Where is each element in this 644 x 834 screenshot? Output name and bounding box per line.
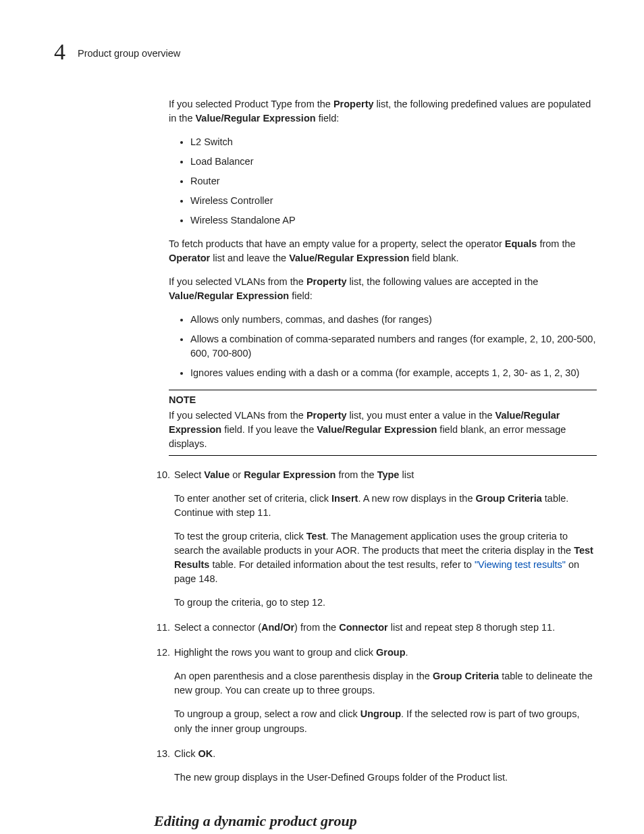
- term-type: Type: [377, 469, 400, 480]
- paragraph: To test the group criteria, click Test. …: [174, 529, 597, 586]
- paragraph: To enter another set of criteria, click …: [174, 492, 597, 520]
- note-body: If you selected VLANs from the Property …: [169, 409, 597, 451]
- text: field blank.: [409, 253, 458, 263]
- step-number: 10.: [154, 468, 170, 617]
- term-operator: Operator: [169, 253, 210, 263]
- list-item: Ignores values ending with a dash or a c…: [190, 366, 597, 380]
- text: field. If you leave the: [221, 424, 317, 435]
- text: ) from the: [294, 622, 339, 633]
- text: To test the group criteria, click: [174, 531, 306, 542]
- step-10: 10. Select Value or Regular Expression f…: [154, 468, 597, 617]
- text: list, the following values are accepted …: [347, 276, 539, 287]
- term-ungroup: Ungroup: [360, 708, 401, 719]
- term-value-regex: Value/Regular Expression: [196, 113, 316, 124]
- list-item: Load Balancer: [190, 155, 597, 169]
- body-content: If you selected Product Type from the Pr…: [169, 97, 597, 456]
- list-item: Allows a combination of comma-separated …: [190, 332, 597, 361]
- paragraph: Select Value or Regular Expression from …: [174, 468, 597, 482]
- paragraph: Highlight the rows you want to group and…: [174, 646, 597, 660]
- term-test: Test: [306, 531, 326, 542]
- text: field:: [289, 290, 313, 301]
- term-regex: Regular Expression: [244, 469, 336, 480]
- step-11: 11. Select a connector (And/Or) from the…: [154, 621, 597, 642]
- step-13: 13. Click OK. The new group displays in …: [154, 747, 597, 791]
- term-value: Value: [204, 469, 230, 480]
- term-group: Group: [376, 647, 406, 658]
- product-type-list: L2 Switch Load Balancer Router Wireless …: [169, 135, 597, 228]
- list-item: Allows only numbers, commas, and dashes …: [190, 313, 597, 327]
- paragraph: An open parenthesis and a close parenthe…: [174, 669, 597, 698]
- text: Click: [174, 748, 198, 759]
- text: from the: [336, 469, 377, 480]
- term-group-criteria: Group Criteria: [433, 671, 499, 681]
- text: from the: [537, 238, 575, 249]
- paragraph: If you selected VLANs from the Property …: [169, 275, 597, 303]
- term-connector: Connector: [339, 622, 388, 633]
- text: Select a connector (: [174, 622, 261, 633]
- list-item: Wireless Standalone AP: [190, 213, 597, 228]
- list-item: L2 Switch: [190, 135, 597, 149]
- term-and-or: And/Or: [261, 622, 294, 633]
- text: field:: [316, 113, 340, 124]
- term-value-regex: Value/Regular Expression: [317, 424, 437, 435]
- text: If you selected Product Type from the: [169, 99, 333, 109]
- paragraph: To group the criteria, go to step 12.: [174, 596, 597, 610]
- section-editing-dynamic-group: Editing a dynamic product group To edit …: [154, 810, 597, 834]
- list-item: Wireless Controller: [190, 194, 597, 208]
- step-12: 12. Highlight the rows you want to group…: [154, 646, 597, 742]
- text: list, you must enter a value in the: [347, 410, 495, 421]
- text: If you selected VLANs from the: [169, 410, 306, 421]
- term-group-criteria: Group Criteria: [476, 493, 542, 504]
- section-title: Product group overview: [78, 47, 180, 63]
- term-insert: Insert: [331, 493, 358, 504]
- term-property: Property: [306, 276, 347, 287]
- text: Select: [174, 469, 204, 480]
- step-number: 13.: [154, 747, 170, 791]
- text: An open parenthesis and a close parenthe…: [174, 671, 433, 681]
- chapter-number: 4: [54, 41, 65, 63]
- text: To enter another set of criteria, click: [174, 493, 331, 504]
- paragraph: To ungroup a group, select a row and cli…: [174, 707, 597, 735]
- note-box: NOTE If you selected VLANs from the Prop…: [169, 390, 597, 456]
- text: . A new row displays in the: [358, 493, 475, 504]
- ordered-steps: 10. Select Value or Regular Expression f…: [154, 468, 597, 791]
- step-number: 12.: [154, 646, 170, 742]
- text: To fetch products that have an empty val…: [169, 238, 505, 249]
- vlan-rules-list: Allows only numbers, commas, and dashes …: [169, 313, 597, 380]
- text: list and leave the: [210, 253, 289, 263]
- document-page: 4 Product group overview If you selected…: [0, 0, 644, 834]
- text: .: [406, 647, 408, 658]
- text: Highlight the rows you want to group and…: [174, 647, 376, 658]
- text: list: [399, 469, 414, 480]
- page-header: 4 Product group overview: [54, 41, 597, 63]
- text: list and repeat step 8 thorugh step 11.: [388, 622, 555, 633]
- term-equals: Equals: [505, 238, 537, 249]
- term-value-regex: Value/Regular Expression: [289, 253, 409, 263]
- list-item: Router: [190, 174, 597, 188]
- text: table. For detailed information about th…: [209, 559, 475, 570]
- paragraph: Click OK.: [174, 747, 597, 761]
- term-property: Property: [306, 410, 347, 421]
- paragraph: To fetch products that have an empty val…: [169, 237, 597, 265]
- step-number: 11.: [154, 621, 170, 642]
- section-heading: Editing a dynamic product group: [154, 810, 597, 832]
- term-property: Property: [333, 99, 374, 109]
- paragraph: Select a connector (And/Or) from the Con…: [174, 621, 597, 635]
- paragraph: The new group displays in the User-Defin…: [174, 771, 597, 785]
- cross-ref-link[interactable]: "Viewing test results": [475, 559, 566, 570]
- text: or: [230, 469, 244, 480]
- note-label: NOTE: [169, 393, 597, 407]
- paragraph: If you selected Product Type from the Pr…: [169, 97, 597, 126]
- text: If you selected VLANs from the: [169, 276, 306, 287]
- term-ok: OK: [198, 748, 213, 759]
- text: To ungroup a group, select a row and cli…: [174, 708, 360, 719]
- term-value-regex: Value/Regular Expression: [169, 290, 289, 301]
- text: .: [213, 748, 215, 759]
